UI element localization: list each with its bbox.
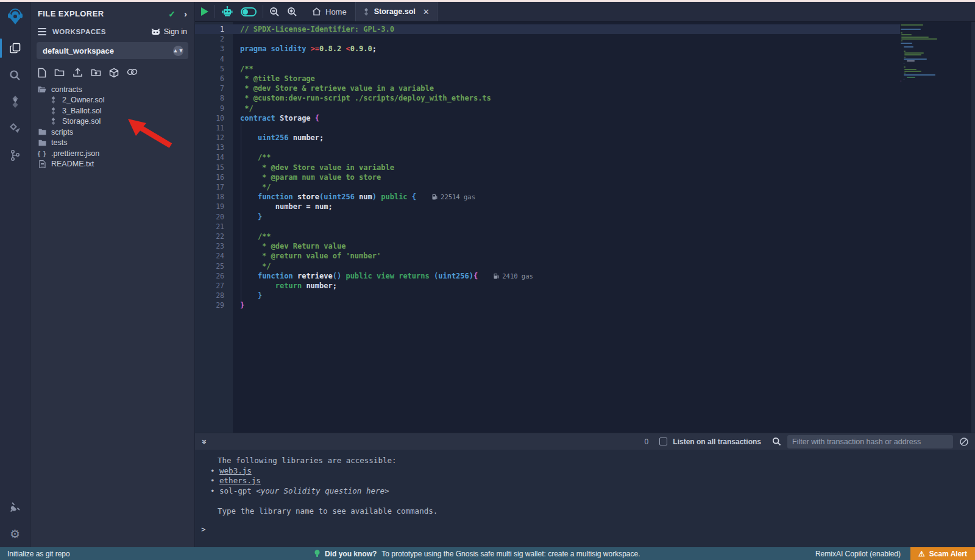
line-number: 20 <box>195 212 224 222</box>
ethers-link[interactable]: ethers.js <box>219 476 261 485</box>
workspace-name: default_workspace <box>43 46 173 55</box>
code-line-4[interactable]: 4 <box>195 54 975 64</box>
tree-item--prettierrc-json[interactable]: { }.prettierrc.json <box>30 148 194 159</box>
terminal-search-icon[interactable] <box>772 437 781 446</box>
code-line-17[interactable]: 17 */ <box>195 182 975 192</box>
code-line-19[interactable]: 19 number = num; <box>195 202 975 211</box>
code-line-14[interactable]: 14 /** <box>195 152 975 162</box>
tree-item-scripts[interactable]: scripts <box>30 127 194 138</box>
file-tree: contracts2_Owner.sol3_Ballot.solStorage.… <box>30 83 194 169</box>
web3-link[interactable]: web3.js <box>219 466 252 475</box>
workspace-sort-icon[interactable]: ▲▼ <box>173 46 183 56</box>
file-text-icon <box>38 160 46 168</box>
code-line-7[interactable]: 7 * @dev Store & retrieve value in a var… <box>195 83 975 93</box>
tree-item-contracts[interactable]: contracts <box>30 84 194 95</box>
code-text: // SPDX-License-Identifier: GPL-3.0 <box>240 24 394 34</box>
tree-item-storage-sol[interactable]: Storage.sol <box>30 116 194 127</box>
code-line-28[interactable]: 28 } <box>195 291 975 300</box>
editor-minimap[interactable] <box>901 24 941 83</box>
code-text: function retrieve() public view returns … <box>240 271 478 281</box>
cube-icon[interactable] <box>109 68 119 78</box>
tab-home[interactable]: Home <box>303 2 355 21</box>
code-line-6[interactable]: 6 * @title Storage <box>195 74 975 83</box>
code-line-16[interactable]: 16 * @param num value to store <box>195 172 975 182</box>
code-line-29[interactable]: 29} <box>195 300 975 310</box>
terminal-prompt[interactable]: > <box>201 525 206 534</box>
git-icon[interactable] <box>0 142 30 169</box>
code-line-8[interactable]: 8 * @custom:dev-run-script ./scripts/dep… <box>195 93 975 103</box>
plugin-manager-icon[interactable] <box>0 494 30 520</box>
code-line-20[interactable]: 20 } <box>195 212 975 222</box>
deploy-run-icon[interactable] <box>0 115 30 142</box>
panel-chevron-icon[interactable]: › <box>184 9 187 19</box>
upload-file-icon[interactable] <box>73 68 83 78</box>
code-line-15[interactable]: 15 * @dev Store value in variable <box>195 163 975 172</box>
run-script-button[interactable] <box>201 7 208 16</box>
code-line-1[interactable]: 1// SPDX-License-Identifier: GPL-3.0 <box>195 24 900 34</box>
gas-pump-icon <box>432 194 438 200</box>
workspace-menu-icon[interactable] <box>38 28 46 35</box>
zoom-in-icon[interactable] <box>287 7 297 17</box>
remix-logo-icon[interactable] <box>5 7 25 26</box>
zoom-out-icon[interactable] <box>269 7 280 17</box>
line-number: 22 <box>195 232 224 241</box>
terminal-collapse-icon[interactable]: » <box>200 439 210 444</box>
line-number: 4 <box>195 54 224 64</box>
code-line-10[interactable]: 10contract Storage { <box>195 113 975 123</box>
line-number: 18 <box>195 192 224 202</box>
tree-item-tests[interactable]: tests <box>30 138 194 149</box>
transaction-filter-input[interactable] <box>787 435 953 448</box>
new-folder-icon[interactable] <box>54 68 65 78</box>
tree-item-2-owner-sol[interactable]: 2_Owner.sol <box>30 95 194 106</box>
code-line-27[interactable]: 27 return number; <box>195 281 975 291</box>
code-line-22[interactable]: 22 /** <box>195 232 975 241</box>
git-init-button[interactable]: Initialize as git repo <box>0 550 70 558</box>
code-line-9[interactable]: 9 */ <box>195 104 975 113</box>
link-icon[interactable] <box>127 68 138 78</box>
copilot-status[interactable]: RemixAI Copilot (enabled) <box>815 550 901 558</box>
code-line-25[interactable]: 25 */ <box>195 261 975 271</box>
scam-alert-button[interactable]: ⚠ Scam Alert <box>910 547 975 560</box>
signin-button[interactable]: Sign in <box>151 27 187 36</box>
code-line-26[interactable]: 26 function retrieve() public view retur… <box>195 271 975 281</box>
code-line-3[interactable]: 3pragma solidity >=0.8.2 <0.9.0; <box>195 44 975 54</box>
code-line-24[interactable]: 24 * @return value of 'number' <box>195 251 975 261</box>
code-line-18[interactable]: 18 function store(uint256 num) public {2… <box>195 192 975 202</box>
line-number: 14 <box>195 152 224 162</box>
editor-scrollbar[interactable] <box>971 22 975 433</box>
code-line-5[interactable]: 5/** <box>195 64 975 74</box>
file-explorer-icon[interactable] <box>0 35 30 62</box>
tree-item-readme-txt[interactable]: README.txt <box>30 159 194 170</box>
search-icon[interactable] <box>0 62 30 88</box>
code-line-11[interactable]: 11 <box>195 123 975 133</box>
code-text: /** <box>240 152 271 162</box>
code-text: */ <box>240 182 271 192</box>
ai-copilot-robot-icon[interactable] <box>221 5 233 18</box>
code-line-21[interactable]: 21 <box>195 222 975 232</box>
new-file-icon[interactable] <box>38 68 46 78</box>
gas-estimate-badge: 22514 gas <box>432 192 475 202</box>
icon-rail: ⚙ <box>0 2 30 547</box>
code-line-13[interactable]: 13 <box>195 143 975 152</box>
code-line-12[interactable]: 12 uint256 number; <box>195 133 975 143</box>
folder-icon <box>38 140 46 146</box>
close-tab-icon[interactable]: ✕ <box>423 7 430 16</box>
terminal-output[interactable]: The following libraries are accessible: … <box>195 450 975 547</box>
solidity-compiler-icon[interactable] <box>0 88 30 115</box>
solidity-icon <box>49 96 57 104</box>
clear-filter-icon[interactable] <box>959 437 969 447</box>
code-text: return number; <box>240 281 337 291</box>
terminal-line: • sol-gpt <your Solidity question here> <box>195 486 975 497</box>
code-editor[interactable]: 1// SPDX-License-Identifier: GPL-3.023pr… <box>195 22 975 433</box>
copilot-toggle[interactable] <box>241 7 257 16</box>
listen-checkbox[interactable] <box>659 438 667 445</box>
workspace-select[interactable]: default_workspace ▲▼ <box>37 42 188 59</box>
code-text: * @dev Return value <box>240 241 346 251</box>
code-line-2[interactable]: 2 <box>195 34 975 44</box>
settings-gear-icon[interactable]: ⚙ <box>0 520 30 547</box>
tab-storage-sol[interactable]: Storage.sol ✕ <box>355 2 438 21</box>
solidity-icon <box>49 118 57 125</box>
upload-folder-icon[interactable] <box>91 68 101 78</box>
tree-item-3-ballot-sol[interactable]: 3_Ballot.sol <box>30 105 194 116</box>
code-line-23[interactable]: 23 * @dev Return value <box>195 241 975 251</box>
